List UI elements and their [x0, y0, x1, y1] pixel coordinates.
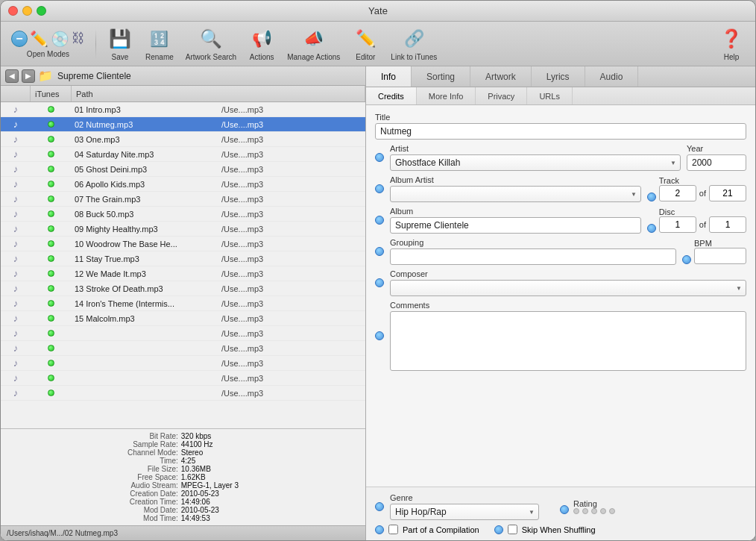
file-row[interactable]: ♪ /Use....mp3 — [1, 341, 365, 356]
file-row[interactable]: ♪ 14 Iron's Theme (Intermis... /Use....m… — [1, 296, 365, 311]
col-path-header: Path — [72, 86, 365, 101]
track-of-input[interactable] — [709, 185, 746, 201]
file-row[interactable]: ♪ 10 Woodrow The Base He... /Use....mp3 — [1, 237, 365, 251]
file-row[interactable]: ♪ 01 Intro.mp3 /Use....mp3 — [1, 102, 365, 117]
file-music-icon: ♪ — [1, 208, 31, 219]
disc-group: Disc of — [647, 207, 746, 233]
file-dot-cell — [31, 181, 72, 187]
album-artist-select[interactable] — [390, 186, 641, 202]
bpm-input[interactable] — [694, 248, 746, 264]
nav-forward-button[interactable]: ▶ — [22, 69, 35, 83]
tab-audio[interactable]: Audio — [585, 66, 639, 87]
maximize-button[interactable] — [37, 6, 46, 16]
grouping-input[interactable] — [390, 248, 676, 265]
grouping-indicator — [375, 247, 384, 256]
file-row[interactable]: ♪ 07 The Grain.mp3 /Use....mp3 — [1, 192, 365, 207]
file-dot-cell — [31, 345, 72, 351]
itunes-dot — [48, 225, 54, 232]
bit-rate-label: Bit Rate: — [7, 432, 178, 440]
title-row: Title — [375, 113, 746, 140]
shuffle-checkbox[interactable] — [508, 525, 517, 534]
itunes-dot — [48, 330, 54, 337]
tab-info[interactable]: Info — [366, 66, 412, 87]
file-row[interactable]: ♪ /Use....mp3 — [1, 386, 365, 401]
editor-button[interactable]: ✏️ Editor — [347, 24, 383, 64]
file-row[interactable]: ♪ 12 We Made It.mp3 /Use....mp3 — [1, 266, 365, 281]
disc-input[interactable] — [659, 216, 696, 233]
file-row[interactable]: ♪ 11 Stay True.mp3 /Use....mp3 — [1, 251, 365, 266]
track-input[interactable] — [659, 185, 696, 201]
main-window: Yate − ✏️ 💿 ⛓ Open Modes 💾 Save 🔢 Rename — [0, 0, 756, 541]
file-row[interactable]: ♪ 03 One.mp3 /Use....mp3 — [1, 132, 365, 147]
rating-dot-4[interactable] — [600, 508, 606, 514]
save-button[interactable]: 💾 Save — [102, 24, 138, 64]
tab-artwork[interactable]: Artwork — [470, 66, 532, 87]
title-label: Title — [375, 113, 746, 122]
minimize-button[interactable] — [22, 6, 32, 16]
file-row[interactable]: ♪ 02 Nutmeg.mp3 /Use....mp3 — [1, 117, 365, 132]
tab-sorting[interactable]: Sorting — [412, 66, 470, 87]
grouping-label: Grouping — [390, 238, 676, 247]
rename-button[interactable]: 🔢 Rename — [141, 24, 178, 64]
compilation-checkbox[interactable] — [388, 525, 398, 534]
album-artist-track-row: Album Artist Track — [375, 175, 746, 202]
file-path: /Use....mp3 — [218, 389, 365, 398]
file-row[interactable]: ♪ /Use....mp3 — [1, 371, 365, 386]
genre-select[interactable]: Hip Hop/Rap — [390, 504, 539, 520]
album-input[interactable] — [390, 217, 641, 234]
file-row[interactable]: ♪ 04 Saturday Nite.mp3 /Use....mp3 — [1, 147, 365, 162]
artwork-search-button[interactable]: 🔍 Artwork Search — [181, 24, 241, 64]
file-path: /Use....mp3 — [218, 299, 365, 308]
file-row[interactable]: ♪ 13 Stroke Of Death.mp3 /Use....mp3 — [1, 281, 365, 296]
open-modes-label: Open Modes — [27, 50, 69, 58]
rating-dot-5[interactable] — [609, 508, 615, 514]
title-field-group: Title — [375, 113, 746, 140]
rating-dot-1[interactable] — [573, 508, 579, 514]
rating-dot-2[interactable] — [582, 508, 588, 514]
file-name: 05 Ghost Deini.mp3 — [72, 165, 218, 174]
file-row[interactable]: ♪ 09 Mighty Healthy.mp3 /Use....mp3 — [1, 222, 365, 237]
file-name: 09 Mighty Healthy.mp3 — [72, 225, 218, 234]
file-row[interactable]: ♪ 05 Ghost Deini.mp3 /Use....mp3 — [1, 162, 365, 177]
manage-actions-button[interactable]: 📣 Manage Actions — [283, 24, 344, 64]
rating-dot-3[interactable] — [591, 508, 597, 514]
disc-field-group: Disc of — [659, 207, 746, 233]
file-row[interactable]: ♪ 15 Malcolm.mp3 /Use....mp3 — [1, 311, 365, 326]
genre-label: Genre — [390, 493, 539, 502]
file-row[interactable]: ♪ /Use....mp3 — [1, 326, 365, 341]
file-path: /Use....mp3 — [218, 374, 365, 383]
artist-select[interactable]: Ghostface Killah — [390, 154, 681, 171]
file-music-icon: ♪ — [1, 387, 31, 398]
bpm-field-group: BPM — [694, 239, 746, 264]
composer-select[interactable] — [390, 280, 746, 296]
file-row[interactable]: ♪ 06 Apollo Kids.mp3 /Use....mp3 — [1, 177, 365, 192]
file-row[interactable]: ♪ 08 Buck 50.mp3 /Use....mp3 — [1, 207, 365, 222]
sub-tab-privacy[interactable]: Privacy — [476, 87, 527, 104]
sub-tab-more-info[interactable]: More Info — [417, 87, 476, 104]
file-music-icon: ♪ — [1, 134, 31, 145]
help-button[interactable]: ❓ Help — [714, 24, 749, 64]
file-path: /Use....mp3 — [218, 225, 365, 234]
file-row[interactable]: ♪ /Use....mp3 — [1, 356, 365, 371]
sub-tab-urls[interactable]: URLs — [527, 87, 573, 104]
tab-lyrics[interactable]: Lyrics — [532, 66, 585, 87]
nav-back-button[interactable]: ◀ — [5, 69, 19, 83]
disc-of-input[interactable] — [709, 216, 746, 233]
year-input[interactable] — [687, 154, 746, 171]
itunes-dot — [48, 255, 54, 262]
close-button[interactable] — [8, 6, 18, 16]
toolbar: − ✏️ 💿 ⛓ Open Modes 💾 Save 🔢 Rename 🔍 Ar… — [1, 22, 755, 66]
actions-button[interactable]: 📢 Actions — [244, 24, 280, 64]
composer-field-group: Composer — [390, 269, 746, 296]
mod-date-label: Mod Date: — [7, 506, 178, 514]
link-itunes-button[interactable]: 🔗 Link to iTunes — [386, 24, 441, 64]
comments-textarea[interactable] — [390, 311, 746, 371]
open-modes-button[interactable]: − ✏️ 💿 ⛓ Open Modes — [7, 27, 89, 61]
file-name: 01 Intro.mp3 — [72, 105, 218, 114]
chain-icon: ⛓ — [72, 31, 85, 46]
title-input[interactable] — [375, 123, 746, 140]
sub-tab-credits[interactable]: Credits — [366, 87, 417, 104]
pen-icon: ✏️ — [30, 30, 48, 48]
itunes-dot — [48, 151, 54, 157]
year-field-group: Year — [687, 144, 746, 171]
